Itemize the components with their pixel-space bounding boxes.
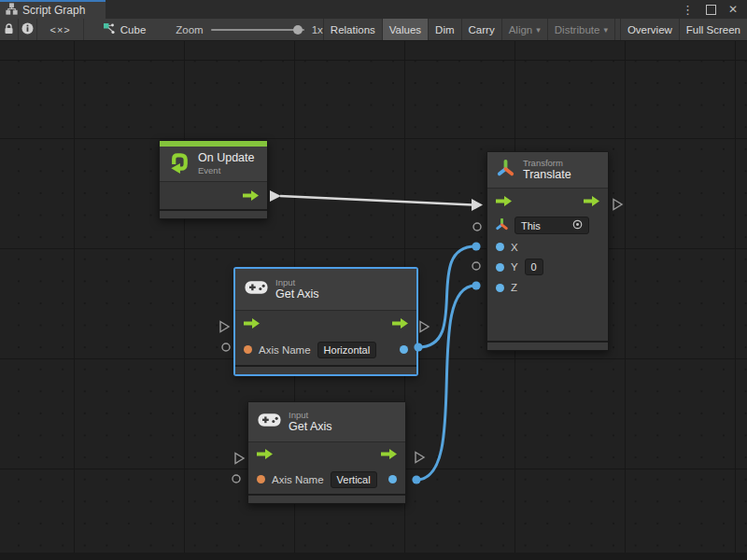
ext-port-translate-flow-out xyxy=(613,200,622,210)
zoom-slider-handle[interactable] xyxy=(293,25,303,35)
window-menu-icon[interactable]: ⋮ xyxy=(682,3,694,17)
flow-output-port[interactable] xyxy=(243,188,259,204)
flow-output-port[interactable] xyxy=(381,446,397,463)
y-value-field[interactable]: 0 xyxy=(525,259,543,275)
align-dropdown[interactable]: Align ▾ xyxy=(502,19,548,40)
graph-icon xyxy=(103,22,116,37)
node-footer xyxy=(248,494,405,503)
node-footer xyxy=(487,341,608,350)
window-close-icon[interactable]: ✕ xyxy=(728,3,738,16)
object-picker-icon[interactable] xyxy=(572,219,583,231)
node-footer xyxy=(235,365,416,374)
node-title: Translate xyxy=(523,168,571,182)
ext-port-v-axis-in xyxy=(233,475,240,483)
node-title: Get Axis xyxy=(289,420,332,434)
ext-port-h-flow-in xyxy=(220,322,229,332)
target-port-transform-icon[interactable] xyxy=(496,217,508,234)
value-input-port-y[interactable] xyxy=(496,263,504,272)
ext-port-v-flow-out xyxy=(416,453,424,463)
port-label-z: Z xyxy=(511,282,517,293)
gamepad-icon xyxy=(245,280,268,299)
value-input-port-z[interactable] xyxy=(496,284,504,292)
target-object-field[interactable]: This xyxy=(514,217,589,234)
flow-input-port[interactable] xyxy=(496,193,512,210)
fullscreen-button[interactable]: Full Screen xyxy=(680,19,747,40)
value-output-port[interactable] xyxy=(400,345,408,354)
port-label-y: Y xyxy=(511,261,518,273)
ext-port-h-axis-in xyxy=(222,343,230,351)
script-graph-icon xyxy=(6,2,18,19)
node-title: Get Axis xyxy=(275,287,319,301)
transform-axes-icon xyxy=(496,159,515,182)
port-label-x: X xyxy=(511,242,518,253)
node-subtitle: Input xyxy=(275,277,319,287)
chevron-down-icon: ▾ xyxy=(603,25,608,35)
node-translate[interactable]: Transform Translate xyxy=(486,151,609,351)
relations-button[interactable]: Relations xyxy=(323,19,383,40)
window-titlebar: Script Graph ⋮ ✕ xyxy=(0,0,747,19)
node-get-axis-horizontal[interactable]: Input Get Axis Axis Name Horizontal xyxy=(234,268,417,375)
wire-flow-on-update-to-translate xyxy=(270,190,483,211)
axis-name-label: Axis Name xyxy=(272,474,324,485)
node-subtitle: Input xyxy=(289,410,332,420)
zoom-label: Zoom xyxy=(176,24,203,35)
value-output-port[interactable] xyxy=(388,475,397,483)
graph-reference[interactable]: Cube xyxy=(103,19,147,40)
values-button[interactable]: Values xyxy=(383,19,429,40)
carry-button[interactable]: Carry xyxy=(462,19,502,40)
flow-input-port[interactable] xyxy=(257,446,273,463)
zoom-slider[interactable] xyxy=(211,29,304,31)
zoom-control: Zoom 1x xyxy=(176,19,323,40)
tab-title: Script Graph xyxy=(22,4,85,17)
ext-port-h-flow-out xyxy=(420,322,429,332)
node-subtitle: Event xyxy=(198,165,254,175)
flow-output-port[interactable] xyxy=(584,193,599,210)
ext-port-y xyxy=(472,262,480,270)
node-subtitle: Transform xyxy=(523,158,571,168)
graph-canvas[interactable]: On Update Event xyxy=(0,41,747,560)
loop-event-icon xyxy=(167,150,190,177)
gamepad-icon xyxy=(258,413,281,431)
overview-button[interactable]: Overview xyxy=(620,19,680,40)
node-get-axis-vertical[interactable]: Input Get Axis Axis Name Vertical xyxy=(247,401,406,504)
info-button[interactable] xyxy=(19,19,37,40)
tab-script-graph[interactable]: Script Graph xyxy=(0,0,106,19)
ext-port-this xyxy=(473,223,481,231)
window-bottom-edge xyxy=(0,553,747,560)
value-input-port-axis-name[interactable] xyxy=(244,345,252,354)
info-icon xyxy=(21,22,34,36)
node-title: On Update xyxy=(198,151,254,165)
ext-port-v-flow-in xyxy=(235,454,244,464)
axis-name-field[interactable]: Horizontal xyxy=(317,342,377,358)
wire-value-horizontal-to-x xyxy=(414,242,480,351)
node-footer xyxy=(160,209,267,218)
axis-name-label: Axis Name xyxy=(259,344,311,356)
lock-button[interactable] xyxy=(0,19,19,40)
value-input-port-x[interactable] xyxy=(496,243,504,251)
value-input-port-axis-name[interactable] xyxy=(257,475,265,483)
graph-name-label: Cube xyxy=(120,24,147,35)
distribute-dropdown[interactable]: Distribute ▾ xyxy=(548,19,615,40)
flow-input-port[interactable] xyxy=(244,315,260,332)
window-maximize-icon[interactable] xyxy=(706,5,716,15)
axis-name-field[interactable]: Vertical xyxy=(331,471,377,488)
node-on-update[interactable]: On Update Event xyxy=(159,140,268,219)
lock-icon xyxy=(4,23,14,36)
graph-toolbar: <×> Cube Zoom 1x Relations Values Dim Ca… xyxy=(0,19,747,41)
chevron-down-icon: ▾ xyxy=(536,25,541,35)
dim-button[interactable]: Dim xyxy=(429,19,461,40)
wire-value-vertical-to-z xyxy=(412,281,480,483)
zoom-value: 1x xyxy=(312,24,323,35)
flow-output-port[interactable] xyxy=(392,315,408,332)
code-preview-toggle[interactable]: <×> xyxy=(37,19,83,40)
